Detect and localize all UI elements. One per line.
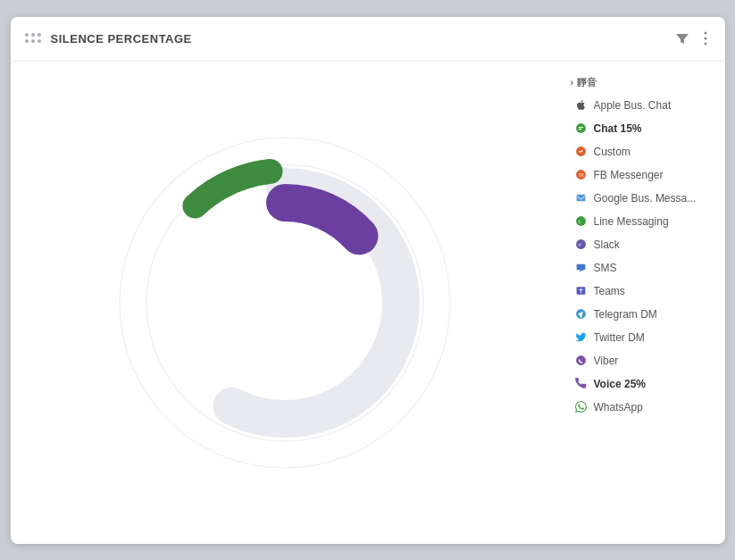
teams-icon — [574, 284, 589, 298]
legend-label-google: Google Bus. Messa... — [594, 192, 697, 205]
sms-icon — [574, 261, 589, 275]
legend-item-telegram[interactable]: Telegram DM — [571, 305, 714, 323]
voice-icon — [574, 377, 589, 391]
legend-label-twitter: Twitter DM — [594, 331, 645, 344]
drag-handle-icon[interactable] — [25, 33, 42, 44]
twitter-icon — [574, 330, 589, 345]
legend-item-whatsapp[interactable]: WhatsApp — [571, 398, 714, 416]
apple-icon — [574, 98, 589, 113]
legend-label-custom: Custom — [594, 146, 631, 158]
svg-text:L: L — [579, 219, 581, 224]
svg-text:#: # — [579, 242, 581, 247]
svg-text:m: m — [579, 171, 583, 178]
legend-section-title: › 靜音 — [571, 76, 714, 89]
legend-label-fb: FB Messenger — [594, 169, 664, 181]
legend-item-twitter[interactable]: Twitter DM — [571, 329, 714, 347]
slack-icon: # — [574, 238, 589, 252]
header-left: SILENCE PERCENTAGE — [25, 32, 192, 46]
legend-item-slack[interactable]: #Slack — [571, 236, 714, 254]
svg-point-20 — [576, 355, 586, 365]
filter-button[interactable] — [672, 28, 693, 49]
viber-icon — [574, 354, 589, 368]
legend-item-viber[interactable]: Viber — [571, 352, 714, 370]
silence-percentage-card: SILENCE PERCENTAGE — [11, 17, 725, 544]
legend-item-teams[interactable]: Teams — [571, 282, 714, 300]
ellipsis-icon — [704, 31, 707, 46]
legend-label-slack: Slack — [594, 238, 620, 251]
telegram-icon — [574, 307, 589, 322]
legend-item-line[interactable]: LLine Messaging — [571, 213, 714, 230]
legend-item-sms[interactable]: SMS — [571, 259, 714, 277]
line-icon: L — [574, 214, 589, 229]
chat-icon — [574, 121, 589, 136]
chevron-right-icon: › — [571, 77, 574, 88]
legend-label-telegram: Telegram DM — [594, 308, 657, 321]
more-options-button[interactable] — [700, 28, 711, 49]
card-body: › 靜音 Apple Bus. ChatChat 15%CustommFB Me… — [11, 62, 725, 544]
legend-area: › 靜音 Apple Bus. ChatChat 15%CustommFB Me… — [560, 62, 725, 544]
legend-label-chat: Chat 15% — [594, 122, 642, 135]
card-title: SILENCE PERCENTAGE — [51, 32, 192, 46]
legend-label-sms: SMS — [594, 262, 617, 274]
legend-label-apple: Apple Bus. Chat — [594, 99, 672, 112]
whatsapp-icon — [574, 400, 589, 414]
fb-icon: m — [574, 168, 589, 182]
legend-item-chat[interactable]: Chat 15% — [571, 120, 714, 138]
legend-label-viber: Viber — [594, 355, 619, 367]
svg-rect-12 — [577, 195, 586, 202]
card-header: SILENCE PERCENTAGE — [11, 17, 725, 62]
svg-point-1 — [704, 38, 706, 40]
legend-label-teams: Teams — [594, 285, 625, 297]
svg-point-0 — [704, 32, 706, 35]
legend-item-apple[interactable]: Apple Bus. Chat — [571, 96, 714, 114]
legend-item-voice[interactable]: Voice 25% — [571, 375, 714, 393]
google-icon — [574, 191, 589, 205]
header-actions — [672, 28, 711, 49]
legend-item-custom[interactable]: Custom — [571, 143, 714, 161]
svg-rect-17 — [577, 264, 586, 271]
legend-item-fb[interactable]: mFB Messenger — [571, 166, 714, 184]
svg-point-8 — [576, 123, 586, 133]
custom-icon — [574, 145, 589, 159]
filter-icon — [675, 31, 689, 46]
legend-item-google[interactable]: Google Bus. Messa... — [571, 189, 714, 207]
legend-label-voice: Voice 25% — [594, 378, 646, 390]
donut-chart — [97, 115, 472, 490]
chart-area — [11, 62, 560, 544]
legend-label-line: Line Messaging — [594, 215, 669, 228]
legend-label-whatsapp: WhatsApp — [594, 401, 643, 414]
svg-point-2 — [704, 43, 706, 46]
